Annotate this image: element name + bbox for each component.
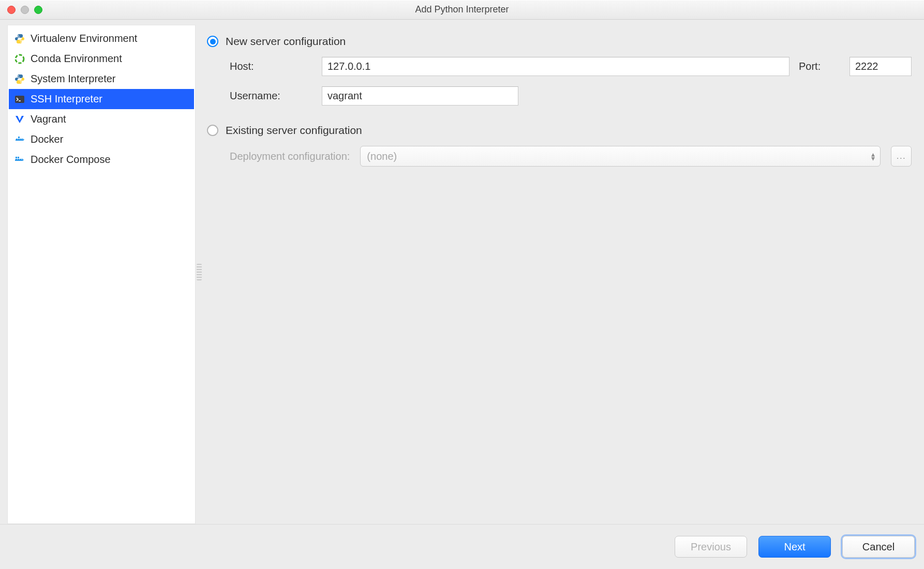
python-icon [14, 33, 25, 44]
dialog-body: Virtualenv Environment Conda Environment… [0, 20, 924, 524]
sidebar-item-label: System Interpreter [31, 73, 116, 85]
vagrant-icon [14, 114, 25, 125]
svg-point-1 [21, 41, 22, 42]
username-input[interactable] [322, 86, 518, 106]
existing-config-radio[interactable] [207, 125, 218, 136]
new-config-radio[interactable] [207, 36, 218, 47]
cancel-button[interactable]: Cancel [842, 536, 915, 558]
sidebar-item-label: Vagrant [31, 113, 66, 125]
sidebar-item-docker-compose[interactable]: Docker Compose [9, 149, 194, 170]
deployment-config-label: Deployment configuration: [230, 151, 350, 162]
terminal-icon [14, 94, 25, 105]
sidebar-item-label: SSH Interpreter [31, 93, 102, 105]
close-window-button[interactable] [7, 6, 16, 14]
port-input[interactable] [850, 57, 912, 76]
sidebar-item-conda[interactable]: Conda Environment [9, 49, 194, 69]
host-label: Host: [230, 61, 312, 72]
svg-rect-5 [15, 96, 24, 103]
titlebar: Add Python Interpreter [0, 0, 924, 20]
interpreter-types-sidebar: Virtualenv Environment Conda Environment… [7, 25, 196, 524]
sidebar-item-label: Conda Environment [31, 53, 122, 65]
docker-icon [14, 134, 25, 145]
sidebar-item-vagrant[interactable]: Vagrant [9, 109, 194, 129]
new-config-label: New server configuration [226, 35, 346, 48]
sidebar-item-virtualenv[interactable]: Virtualenv Environment [9, 28, 194, 49]
sidebar-item-ssh-interpreter[interactable]: SSH Interpreter [9, 89, 194, 109]
deployment-config-combo[interactable]: (none) ▴▾ [360, 146, 881, 167]
existing-config-row: Existing server configuration [207, 124, 912, 137]
username-label: Username: [230, 90, 312, 102]
svg-rect-14 [16, 157, 17, 158]
svg-point-2 [16, 55, 24, 63]
new-config-row: New server configuration [207, 35, 912, 48]
dialog-window: Add Python Interpreter Virtualenv Enviro… [0, 0, 924, 569]
button-label: Previous [691, 541, 731, 553]
new-config-form: Host: Port: Username: [230, 57, 912, 106]
sidebar-item-system-interpreter[interactable]: System Interpreter [9, 69, 194, 89]
port-label: Port: [799, 61, 840, 72]
minimize-window-button[interactable] [21, 6, 29, 14]
existing-config-form: Deployment configuration: (none) ▴▾ ... [230, 146, 912, 167]
existing-config-label: Existing server configuration [226, 124, 362, 137]
button-label: Cancel [862, 541, 895, 553]
sidebar-item-label: Virtualenv Environment [31, 33, 137, 44]
chevron-updown-icon: ▴▾ [871, 152, 875, 160]
python-icon [14, 73, 25, 85]
svg-point-3 [18, 75, 19, 76]
previous-button[interactable]: Previous [675, 536, 747, 558]
host-input[interactable] [322, 57, 789, 76]
svg-rect-13 [18, 157, 19, 158]
sidebar-item-docker[interactable]: Docker [9, 129, 194, 149]
svg-rect-9 [18, 137, 20, 138]
svg-point-4 [21, 82, 22, 83]
dialog-footer: Previous Next Cancel [0, 524, 924, 569]
deployment-config-browse-button[interactable]: ... [891, 146, 912, 167]
conda-icon [14, 53, 25, 65]
docker-compose-icon [14, 154, 25, 166]
main-content: New server configuration Host: Port: Use… [196, 25, 917, 524]
ellipsis-icon: ... [897, 151, 906, 161]
zoom-window-button[interactable] [34, 6, 42, 14]
sidebar-item-label: Docker Compose [31, 154, 111, 166]
svg-point-0 [18, 35, 19, 36]
splitter-handle[interactable] [197, 264, 202, 280]
button-label: Next [784, 541, 805, 553]
sidebar-item-label: Docker [31, 133, 63, 145]
deployment-config-value: (none) [367, 151, 397, 162]
window-title: Add Python Interpreter [0, 4, 924, 15]
traffic-lights [7, 6, 42, 14]
next-button[interactable]: Next [758, 536, 831, 558]
